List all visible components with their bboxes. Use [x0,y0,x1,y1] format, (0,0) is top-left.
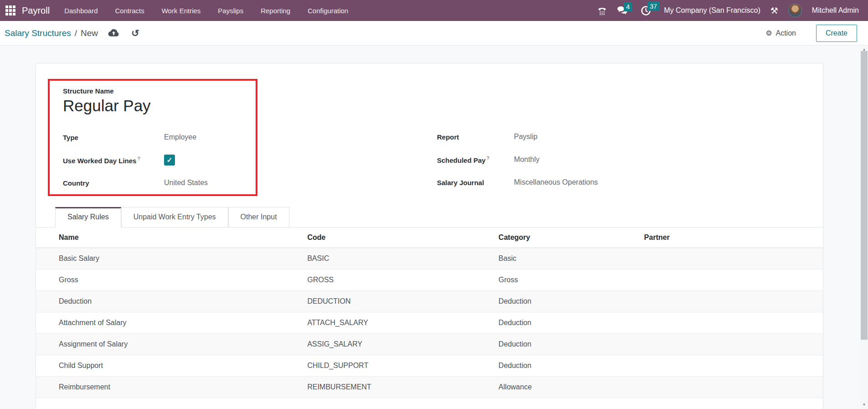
menu-dashboard[interactable]: Dashboard [64,7,98,15]
tab-unpaid-work-entry-types[interactable]: Unpaid Work Entry Types [121,207,228,227]
cell-code: ATTACH_SALARY [303,312,494,334]
table-row[interactable]: Reimbursement REIMBURSEMENT Allowance [36,377,823,398]
table-row[interactable]: Basic Salary BASIC Basic [36,248,823,269]
table-row[interactable]: Child Support CHILD_SUPPORT Deduction [36,355,823,377]
column-header-code[interactable]: Code [303,228,494,248]
cell-partner [640,291,823,312]
developer-tools-icon[interactable]: ⚒ [770,5,778,16]
breadcrumb-current: New [81,28,98,38]
right-field-column: Report Payslip Scheduled Pay? Monthly Sa… [437,125,598,194]
structure-name-value[interactable]: Regular Pay [63,96,251,116]
salary-journal-field-row: Salary Journal Miscellaneous Operations [437,171,598,194]
main-menu: Dashboard Contracts Work Entries Payslip… [64,7,348,15]
activity-clock-icon[interactable]: 37 [641,5,651,16]
cell-code: DEDUCTION [303,291,494,312]
scrollbar-thumb[interactable] [861,51,868,340]
breadcrumb-link-salary-structures[interactable]: Salary Structures [5,28,71,38]
cell-partner [640,355,823,377]
help-question-mark: ? [137,156,140,161]
breadcrumb-separator: / [75,28,77,38]
company-switcher[interactable]: My Company (San Francisco) [664,6,760,15]
form-sheet: Structure Name Regular Pay Type Employee… [36,63,823,409]
menu-configuration[interactable]: Configuration [308,7,348,15]
control-panel: Salary Structures / New ↺ ⚙ Action Creat… [0,21,868,46]
salary-journal-value[interactable]: Miscellaneous Operations [514,178,598,186]
cell-partner [640,334,823,355]
scrollbar-down-arrow[interactable]: ▼ [860,401,868,408]
messages-bubble-icon[interactable]: 4 [617,6,628,16]
column-header-category[interactable]: Category [494,228,639,248]
column-header-name[interactable]: Name [36,228,303,248]
discard-undo-icon[interactable]: ↺ [131,28,139,38]
action-menu-label: Action [776,29,796,37]
cell-category: Deduction [494,334,639,355]
tab-other-input[interactable]: Other Input [228,207,289,227]
cell-name: Child Support [36,355,303,377]
type-value[interactable]: Employee [164,133,196,141]
cell-category: Basic [494,248,639,269]
table-row[interactable]: Gross GROSS Gross [36,269,823,291]
cell-name: Gross [36,269,303,291]
cell-partner [640,377,823,398]
messages-badge: 4 [624,2,632,11]
app-name[interactable]: Payroll [22,5,50,16]
scrollbar[interactable]: ▲ ▼ [860,46,868,409]
tab-salary-rules[interactable]: Salary Rules [55,207,121,228]
column-header-partner[interactable]: Partner [640,228,823,248]
salary-journal-label: Salary Journal [437,179,514,186]
form-view: Structure Name Regular Pay Type Employee… [0,46,868,409]
cell-category: Deduction [494,291,639,312]
structure-name-label: Structure Name [63,86,251,96]
cell-name: Attachment of Salary [36,312,303,334]
table-row-empty[interactable] [36,398,823,409]
cell-code: ASSIG_SALARY [303,334,494,355]
menu-reporting[interactable]: Reporting [261,7,290,15]
report-value[interactable]: Payslip [514,133,538,141]
help-question-mark: ? [487,155,489,161]
cell-partner [640,312,823,334]
gear-icon: ⚙ [765,29,772,37]
menu-contracts[interactable]: Contracts [115,7,144,15]
notebook-tabs: Salary Rules Unpaid Work Entry Types Oth… [36,207,823,228]
cell-category: Deduction [494,312,639,334]
table-header-row: Name Code Category Partner [36,228,823,248]
activities-badge: 37 [647,2,659,11]
create-button[interactable]: Create [816,25,857,42]
cell-category: Deduction [494,355,639,377]
scheduled-pay-label: Scheduled Pay? [437,155,514,164]
table-row[interactable]: Deduction DEDUCTION Deduction [36,291,823,312]
avatar[interactable] [788,4,802,17]
cell-partner [640,269,823,291]
cell-name: Deduction [36,291,303,312]
table-row[interactable]: Assignment of Salary ASSIG_SALARY Deduct… [36,334,823,355]
scheduled-pay-value[interactable]: Monthly [514,155,539,164]
cell-code: BASIC [303,248,494,269]
type-label: Type [63,134,164,141]
cell-code: GROSS [303,269,494,291]
country-value[interactable]: United States [164,179,208,187]
voip-phone-icon[interactable] [597,6,607,16]
scheduled-pay-field-row: Scheduled Pay? Monthly [437,148,598,171]
report-field-row: Report Payslip [437,125,598,148]
cell-name: Assignment of Salary [36,334,303,355]
cell-code: CHILD_SUPPORT [303,355,494,377]
salary-rules-table: Name Code Category Partner Basic Salary … [36,228,823,409]
cloud-upload-save-icon[interactable] [108,29,119,37]
cell-partner [640,248,823,269]
cell-code: REIMBURSEMENT [303,377,494,398]
menu-work-entries[interactable]: Work Entries [162,7,201,15]
menu-payslips[interactable]: Payslips [218,7,243,15]
action-menu-button[interactable]: ⚙ Action [765,29,796,37]
country-field-row: Country United States [63,171,251,194]
country-label: Country [63,179,164,187]
apps-menu-icon[interactable] [5,5,15,16]
user-menu[interactable]: Mitchell Admin [812,6,859,15]
cell-category: Allowance [494,377,639,398]
worked-day-lines-field-row: Use Worked Day Lines? ✓ [63,149,251,171]
top-navbar: Payroll Dashboard Contracts Work Entries… [0,0,868,21]
table-row[interactable]: Attachment of Salary ATTACH_SALARY Deduc… [36,312,823,334]
annotation-red-box: Structure Name Regular Pay Type Employee… [48,79,257,196]
worked-day-lines-checkbox[interactable]: ✓ [164,155,175,166]
cell-category: Gross [494,269,639,291]
report-label: Report [437,133,514,141]
